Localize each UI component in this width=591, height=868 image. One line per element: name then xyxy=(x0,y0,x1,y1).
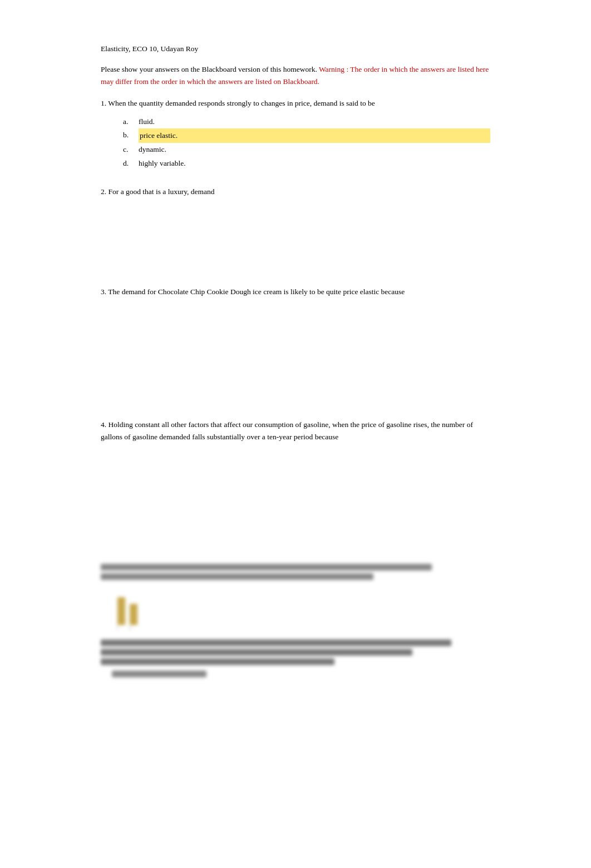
answer-1a-text: fluid. xyxy=(139,115,490,128)
question-4-answer-space xyxy=(101,448,490,548)
question-2-text: 2. For a good that is a luxury, demand xyxy=(101,186,490,198)
q3-number: 3. xyxy=(101,287,108,296)
question-3-answer-space xyxy=(101,303,490,403)
chart-label-2: 2 xyxy=(129,625,131,631)
blurred-line-2 xyxy=(101,573,373,580)
chart-bar-1 xyxy=(117,597,125,625)
header-title: Elasticity, ECO 10, Udayan Roy xyxy=(101,44,198,53)
question-4: 4. Holding constant all other factors th… xyxy=(101,419,490,548)
answer-1c-letter: c. xyxy=(123,143,139,156)
intro-text-before-warning: Please show your answers on the Blackboa… xyxy=(101,65,319,73)
intro-paragraph: Please show your answers on the Blackboa… xyxy=(101,63,490,87)
question-1: 1. When the quantity demanded responds s… xyxy=(101,97,490,170)
blurred-q6-line-1 xyxy=(101,639,451,646)
chart-label-1: 1 xyxy=(116,625,119,631)
blurred-line-1 xyxy=(101,564,432,571)
question-2: 2. For a good that is a luxury, demand xyxy=(101,186,490,270)
answer-1b-letter: b. xyxy=(123,128,139,142)
answer-1c-text: dynamic. xyxy=(139,143,490,156)
question-3-text: 3. The demand for Chocolate Chip Cookie … xyxy=(101,286,490,298)
blurred-q6-option xyxy=(101,671,490,677)
chart-bar-2 xyxy=(130,604,137,625)
answer-1b-text: price elastic. xyxy=(139,128,490,143)
blurred-q5-text xyxy=(101,564,490,580)
question-2-answer-space xyxy=(101,204,490,270)
answer-1d: d. highly variable. xyxy=(123,157,490,170)
q1-number: 1. xyxy=(101,99,108,107)
page-container: Elasticity, ECO 10, Udayan Roy Please sh… xyxy=(45,0,546,725)
blurred-option-a xyxy=(112,671,206,677)
blurred-questions-section: 1 2 xyxy=(101,564,490,677)
answer-1a-letter: a. xyxy=(123,115,139,128)
question-1-text: 1. When the quantity demanded responds s… xyxy=(101,97,490,110)
answer-1d-letter: d. xyxy=(123,157,139,170)
question-1-answers: a. fluid. b. price elastic. c. dynamic. … xyxy=(101,115,490,170)
blurred-q6-area xyxy=(101,639,490,677)
q4-number: 4. xyxy=(101,420,109,429)
document-header: Elasticity, ECO 10, Udayan Roy xyxy=(101,44,490,53)
blurred-q6-line-2 xyxy=(101,649,412,656)
answer-1b: b. price elastic. xyxy=(123,128,490,143)
blurred-q6-line-3 xyxy=(101,658,334,665)
answer-1d-text: highly variable. xyxy=(139,157,490,170)
answer-1c: c. dynamic. xyxy=(123,143,490,156)
question-4-text: 4. Holding constant all other factors th… xyxy=(101,419,490,443)
question-3: 3. The demand for Chocolate Chip Cookie … xyxy=(101,286,490,404)
answer-1a: a. fluid. xyxy=(123,115,490,128)
blurred-chart: 1 2 xyxy=(112,589,168,631)
q2-number: 2. xyxy=(101,187,109,196)
